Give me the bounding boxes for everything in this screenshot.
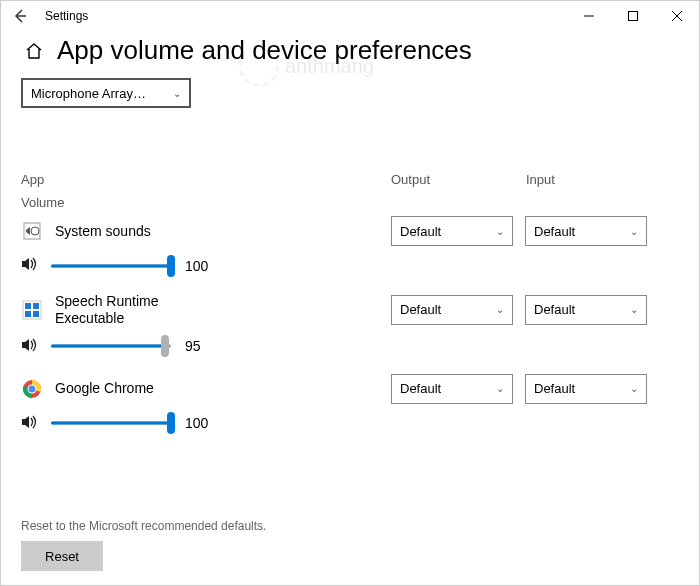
window-maximize-button[interactable] <box>611 1 655 31</box>
speaker-icon[interactable] <box>21 256 45 275</box>
app-icon <box>21 299 43 321</box>
reset-button[interactable]: Reset <box>21 541 103 571</box>
back-button[interactable] <box>1 9 39 23</box>
app-name: Speech Runtime Executable <box>55 293 205 327</box>
slider-thumb[interactable] <box>167 255 175 277</box>
svg-rect-7 <box>33 311 39 317</box>
app-row: System soundsDefault⌄Default⌄ <box>21 216 679 246</box>
app-output-select[interactable]: Default⌄ <box>391 216 513 246</box>
svg-rect-6 <box>25 311 31 317</box>
chevron-down-icon: ⌄ <box>496 383 504 394</box>
app-input-select[interactable]: Default⌄ <box>525 216 647 246</box>
speaker-icon[interactable] <box>21 414 45 433</box>
page-header: App volume and device preferences <box>1 31 699 74</box>
home-icon[interactable] <box>21 38 47 64</box>
volume-slider-row: 100 <box>21 414 679 433</box>
volume-value: 100 <box>185 258 208 274</box>
app-row: Google ChromeDefault⌄Default⌄ <box>21 374 679 404</box>
volume-slider[interactable] <box>51 258 171 274</box>
slider-thumb[interactable] <box>167 412 175 434</box>
volume-slider[interactable] <box>51 338 171 354</box>
column-input: Input <box>526 172 661 187</box>
volume-slider-row: 95 <box>21 337 679 356</box>
window-title: Settings <box>45 9 88 23</box>
window-close-button[interactable] <box>655 1 699 31</box>
app-name: Google Chrome <box>55 380 154 397</box>
svg-rect-4 <box>25 303 31 309</box>
input-device-select[interactable]: Microphone Array… ⌄ <box>21 78 191 108</box>
app-input-select[interactable]: Default⌄ <box>525 374 647 404</box>
dropdown-label: Default <box>400 224 441 239</box>
chevron-down-icon: ⌄ <box>173 88 181 99</box>
app-output-select[interactable]: Default⌄ <box>391 295 513 325</box>
chevron-down-icon: ⌄ <box>496 226 504 237</box>
app-icon <box>21 378 43 400</box>
svg-rect-5 <box>33 303 39 309</box>
svg-point-10 <box>29 385 36 392</box>
app-input-select[interactable]: Default⌄ <box>525 295 647 325</box>
column-volume: Volume <box>21 195 679 210</box>
dropdown-label: Default <box>534 381 575 396</box>
column-output: Output <box>391 172 526 187</box>
chevron-down-icon: ⌄ <box>630 383 638 394</box>
app-name: System sounds <box>55 223 151 240</box>
reset-description: Reset to the Microsoft recommended defau… <box>21 519 266 533</box>
column-app: App <box>21 172 391 187</box>
app-icon <box>21 220 43 242</box>
window-minimize-button[interactable] <box>567 1 611 31</box>
slider-thumb[interactable] <box>161 335 169 357</box>
dropdown-label: Default <box>400 381 441 396</box>
chevron-down-icon: ⌄ <box>630 304 638 315</box>
page-title: App volume and device preferences <box>57 35 472 66</box>
app-output-select[interactable]: Default⌄ <box>391 374 513 404</box>
input-device-label: Microphone Array… <box>31 86 146 101</box>
volume-slider-row: 100 <box>21 256 679 275</box>
dropdown-label: Default <box>400 302 441 317</box>
speaker-icon[interactable] <box>21 337 45 356</box>
dropdown-label: Default <box>534 224 575 239</box>
app-row: Speech Runtime ExecutableDefault⌄Default… <box>21 293 679 327</box>
chevron-down-icon: ⌄ <box>630 226 638 237</box>
volume-value: 100 <box>185 415 208 431</box>
titlebar: Settings <box>1 1 699 31</box>
svg-rect-0 <box>629 12 638 21</box>
chevron-down-icon: ⌄ <box>496 304 504 315</box>
dropdown-label: Default <box>534 302 575 317</box>
volume-value: 95 <box>185 338 201 354</box>
volume-slider[interactable] <box>51 415 171 431</box>
